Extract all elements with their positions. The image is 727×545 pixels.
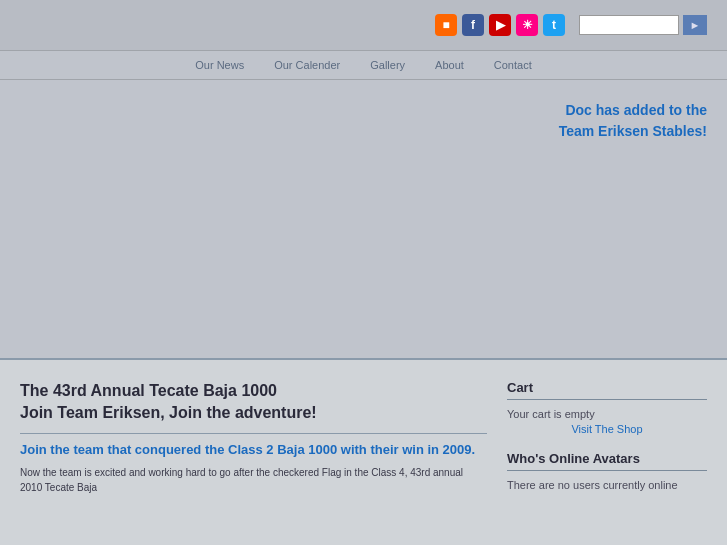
content-area: The 43rd Annual Tecate Baja 1000 Join Te…: [0, 360, 727, 545]
hero-text-block: Doc has added to the Team Eriksen Stable…: [559, 100, 707, 142]
article-divider: [20, 433, 487, 434]
twitter-icon[interactable]: t: [543, 14, 565, 36]
whos-online-divider: [507, 470, 707, 471]
facebook-icon[interactable]: f: [462, 14, 484, 36]
search-button[interactable]: ►: [683, 15, 707, 35]
article-title: The 43rd Annual Tecate Baja 1000 Join Te…: [20, 380, 487, 425]
social-icons-group: ■ f ▶ ☀ t: [435, 14, 565, 36]
whos-online-title: Who's Online Avatars: [507, 451, 707, 466]
cart-widget-title: Cart: [507, 380, 707, 395]
nav-item-gallery[interactable]: Gallery: [370, 59, 405, 71]
main-nav: Our News Our Calender Gallery About Cont…: [0, 50, 727, 80]
article-body: Now the team is excited and working hard…: [20, 465, 487, 495]
sidebar: Cart Your cart is empty Visit The Shop W…: [507, 380, 707, 545]
hero-line2: Team Eriksen Stables!: [559, 123, 707, 139]
search-box: ►: [579, 15, 707, 35]
nav-item-our-news[interactable]: Our News: [195, 59, 244, 71]
whos-online-widget: Who's Online Avatars There are no users …: [507, 451, 707, 494]
cart-empty-text: Your cart is empty: [507, 406, 707, 423]
cart-divider: [507, 399, 707, 400]
search-input[interactable]: [579, 15, 679, 35]
hero-line1: Doc has added to the: [565, 102, 707, 118]
main-article: The 43rd Annual Tecate Baja 1000 Join Te…: [20, 380, 487, 545]
article-title-line2: Join Team Eriksen, Join the adventure!: [20, 404, 317, 421]
article-subtitle: Join the team that conquered the Class 2…: [20, 442, 487, 457]
hero-link[interactable]: Doc has added to the Team Eriksen Stable…: [559, 102, 707, 139]
nav-item-our-calender[interactable]: Our Calender: [274, 59, 340, 71]
nav-item-contact[interactable]: Contact: [494, 59, 532, 71]
article-title-line1: The 43rd Annual Tecate Baja 1000: [20, 382, 277, 399]
top-bar: ■ f ▶ ☀ t ►: [0, 0, 727, 50]
visit-shop-link[interactable]: Visit The Shop: [507, 423, 707, 435]
rss-icon[interactable]: ■: [435, 14, 457, 36]
nav-item-about[interactable]: About: [435, 59, 464, 71]
cart-widget: Cart Your cart is empty Visit The Shop: [507, 380, 707, 435]
whos-online-status: There are no users currently online: [507, 477, 707, 494]
search-button-icon: ►: [690, 19, 701, 31]
flickr-icon[interactable]: ☀: [516, 14, 538, 36]
hero-section: Doc has added to the Team Eriksen Stable…: [0, 80, 727, 360]
youtube-icon[interactable]: ▶: [489, 14, 511, 36]
